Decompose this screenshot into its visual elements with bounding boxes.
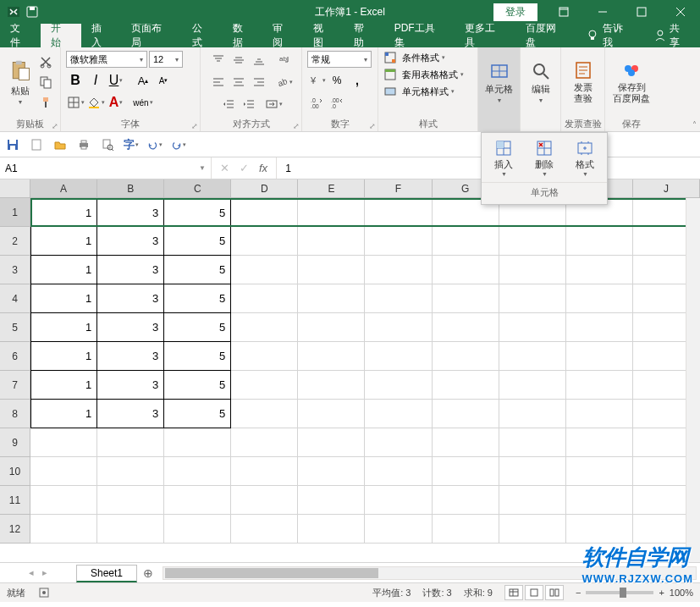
zoom-slider[interactable] — [586, 591, 653, 594]
font-color-button[interactable]: A▾ — [107, 93, 125, 112]
align-bottom-button[interactable] — [250, 51, 268, 69]
save-to-baidu-button[interactable]: 保存到 百度网盘 — [610, 57, 653, 106]
row-header[interactable]: 2 — [0, 227, 30, 256]
decrease-indent-button[interactable] — [219, 95, 238, 113]
row-header[interactable]: 9 — [0, 428, 30, 457]
cell[interactable]: 5 — [164, 313, 231, 342]
fx-button[interactable]: fx — [259, 162, 267, 174]
cell[interactable] — [365, 342, 432, 371]
format-cells-button[interactable]: 格式▼ — [567, 138, 603, 177]
cell[interactable] — [433, 313, 499, 342]
cell[interactable] — [499, 515, 566, 544]
row-header[interactable]: 5 — [0, 313, 30, 342]
align-left-button[interactable] — [209, 73, 228, 91]
cell[interactable] — [566, 486, 633, 515]
cell[interactable] — [566, 400, 633, 428]
record-macro-icon[interactable] — [37, 586, 51, 599]
cell[interactable]: 1 — [30, 284, 97, 313]
normal-view-button[interactable] — [504, 585, 523, 600]
cell[interactable] — [365, 371, 432, 400]
invoice-check-button[interactable]: 发票 查验 — [566, 57, 599, 106]
cell[interactable] — [298, 342, 365, 371]
row-header[interactable]: 8 — [0, 400, 30, 428]
row-header[interactable]: 1 — [0, 198, 30, 227]
merge-button[interactable]: ▾ — [265, 95, 284, 113]
tab-help[interactable]: 帮助 — [344, 24, 384, 47]
collapse-ribbon-button[interactable]: ˄ — [692, 120, 697, 130]
cell[interactable] — [499, 284, 566, 313]
cell[interactable] — [365, 486, 432, 515]
cell[interactable] — [365, 400, 432, 428]
number-launcher[interactable]: ⤢ — [369, 122, 376, 130]
column-header[interactable]: D — [231, 179, 298, 198]
horizontal-scrollbar[interactable] — [163, 566, 697, 580]
format-as-table-button[interactable]: 套用表格格式▾ — [383, 68, 472, 81]
cell[interactable] — [231, 342, 298, 371]
column-header[interactable]: A — [30, 179, 97, 198]
qat-spelling-button[interactable]: 字▾ — [124, 137, 139, 152]
zoom-level[interactable]: 100% — [670, 588, 693, 598]
cell[interactable] — [499, 313, 566, 342]
cell[interactable] — [231, 227, 298, 256]
cell[interactable]: 3 — [97, 256, 164, 284]
cell[interactable]: 1 — [30, 371, 97, 400]
row-header[interactable]: 6 — [0, 342, 30, 371]
insert-cells-button[interactable]: 插入▼ — [486, 138, 521, 177]
align-top-button[interactable] — [209, 51, 228, 69]
qat-save-button[interactable] — [5, 137, 20, 152]
cells-grid[interactable]: 135135135135135135135135 — [30, 198, 700, 562]
name-box-dropdown[interactable]: ▼ — [199, 164, 206, 172]
cell[interactable] — [298, 457, 365, 486]
cell-styles-button[interactable]: 单元格样式▾ — [383, 85, 472, 98]
cell[interactable] — [566, 342, 633, 371]
decrease-decimal-button[interactable]: .00.0 — [328, 93, 346, 112]
minimize-button[interactable] — [583, 0, 622, 24]
cell[interactable]: 5 — [164, 400, 231, 428]
cell[interactable] — [433, 256, 499, 284]
cell[interactable] — [97, 428, 164, 457]
cell[interactable] — [298, 313, 365, 342]
cell[interactable] — [298, 284, 365, 313]
cell[interactable] — [499, 428, 566, 457]
bold-button[interactable]: B — [66, 71, 85, 90]
cell[interactable]: 5 — [164, 284, 231, 313]
cell[interactable]: 5 — [164, 256, 231, 284]
share-button[interactable]: 共享 — [643, 24, 701, 47]
cell[interactable] — [433, 428, 499, 457]
grow-font-button[interactable]: A▴ — [134, 71, 152, 90]
cell[interactable] — [433, 515, 499, 544]
cell[interactable] — [365, 457, 432, 486]
cell[interactable] — [298, 486, 365, 515]
cell[interactable] — [433, 486, 499, 515]
font-name-combo[interactable]: 微软雅黑▾ — [66, 51, 147, 68]
row-header[interactable]: 12 — [0, 515, 30, 544]
tab-pdf[interactable]: PDF工具集 — [384, 24, 455, 47]
wrap-text-button[interactable]: ab — [275, 51, 294, 69]
cell[interactable]: 1 — [30, 256, 97, 284]
row-header[interactable]: 7 — [0, 371, 30, 400]
cell[interactable] — [365, 256, 432, 284]
tab-home[interactable]: 开始 — [41, 24, 81, 47]
cell[interactable] — [231, 198, 298, 227]
cell[interactable] — [298, 198, 365, 227]
cell[interactable] — [566, 428, 633, 457]
row-header[interactable]: 4 — [0, 284, 30, 313]
cell[interactable] — [566, 284, 633, 313]
cell[interactable] — [433, 284, 499, 313]
cell[interactable] — [499, 486, 566, 515]
qat-redo-button[interactable]: ▾ — [171, 137, 186, 152]
column-header[interactable]: J — [633, 179, 700, 198]
cell[interactable] — [30, 457, 97, 486]
cell[interactable] — [30, 515, 97, 544]
underline-button[interactable]: U▾ — [107, 71, 125, 90]
cut-button[interactable] — [36, 52, 55, 71]
page-break-view-button[interactable] — [545, 585, 564, 600]
font-launcher[interactable]: ⤢ — [191, 122, 198, 130]
cell[interactable] — [231, 515, 298, 544]
cell[interactable] — [164, 486, 231, 515]
cell[interactable]: 5 — [164, 227, 231, 256]
tab-formulas[interactable]: 公式 — [182, 24, 223, 47]
column-header[interactable]: C — [164, 179, 231, 198]
cell[interactable] — [231, 313, 298, 342]
cell[interactable] — [499, 400, 566, 428]
